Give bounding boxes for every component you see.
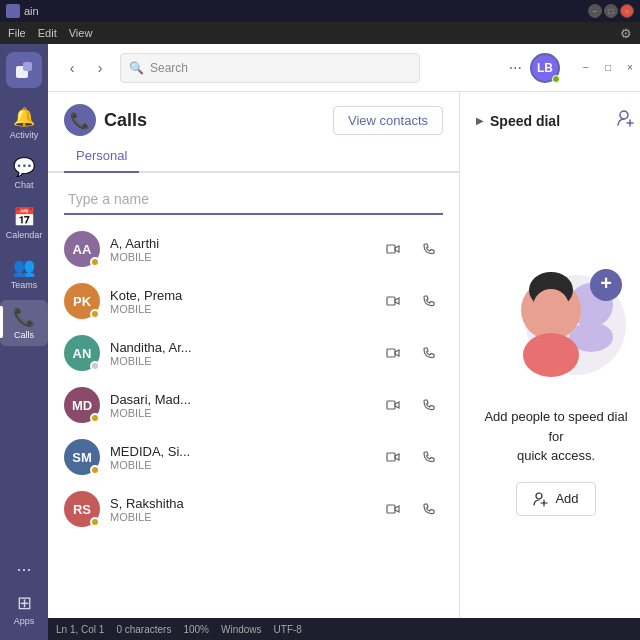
list-item[interactable]: PK Kote, Prema MOBILE <box>48 275 459 327</box>
speed-dial-illustration: + Add people to spee <box>476 149 636 602</box>
sidebar-item-apps[interactable]: ⊞ Apps <box>0 586 48 632</box>
speed-dial-title: Speed dial <box>490 113 560 129</box>
sidebar-item-chat[interactable]: 💬 Chat <box>0 150 48 196</box>
audio-call-button[interactable] <box>415 287 443 315</box>
minimize-button[interactable]: − <box>588 4 602 18</box>
file-menu[interactable]: File <box>8 27 26 39</box>
contact-actions <box>379 443 443 471</box>
view-contacts-button[interactable]: View contacts <box>333 106 443 135</box>
online-status-dot <box>552 75 560 83</box>
sidebar-item-label: Calendar <box>6 230 43 240</box>
contact-name: A, Aarthi <box>110 236 369 251</box>
audio-call-button[interactable] <box>415 235 443 263</box>
calls-panel-title: Calls <box>104 110 147 131</box>
list-item[interactable]: MD Dasari, Mad... MOBILE <box>48 379 459 431</box>
settings-icon[interactable]: ⚙ <box>620 26 632 41</box>
audio-call-button[interactable] <box>415 443 443 471</box>
status-encoding: UTF-8 <box>274 624 302 635</box>
nav-forward-button[interactable]: › <box>88 56 112 80</box>
contact-actions <box>379 391 443 419</box>
calendar-icon: 📅 <box>13 206 35 228</box>
more-options-button[interactable]: ··· <box>509 59 522 77</box>
svg-rect-5 <box>387 401 395 409</box>
teams-maximize-button[interactable]: □ <box>598 58 618 78</box>
video-call-button[interactable] <box>379 235 407 263</box>
name-search-input[interactable] <box>64 185 443 215</box>
nav-arrows: ‹ › <box>60 56 112 80</box>
contact-status-text: MOBILE <box>110 407 369 419</box>
contact-status-dot <box>90 465 100 475</box>
chevron-down-icon[interactable]: ▶ <box>476 115 484 126</box>
contact-actions <box>379 495 443 523</box>
svg-rect-1 <box>23 62 32 71</box>
contact-name: Dasari, Mad... <box>110 392 369 407</box>
speed-dial-graphic: + <box>476 235 636 395</box>
edit-menu[interactable]: Edit <box>38 27 57 39</box>
sidebar-item-calendar[interactable]: 📅 Calendar <box>0 200 48 246</box>
video-call-button[interactable] <box>379 495 407 523</box>
audio-call-button[interactable] <box>415 339 443 367</box>
video-call-button[interactable] <box>379 391 407 419</box>
contact-status-text: MOBILE <box>110 251 369 263</box>
sidebar-item-calls[interactable]: 📞 Calls <box>0 300 48 346</box>
contact-status-dot <box>90 361 100 371</box>
view-menu[interactable]: View <box>69 27 93 39</box>
contact-actions <box>379 339 443 367</box>
list-item[interactable]: AN Nanditha, Ar... MOBILE <box>48 327 459 379</box>
tab-personal[interactable]: Personal <box>64 140 139 173</box>
list-item[interactable]: AA A, Aarthi MOBILE <box>48 223 459 275</box>
maximize-button[interactable]: □ <box>604 4 618 18</box>
add-person-icon[interactable] <box>616 108 636 133</box>
contact-info: A, Aarthi MOBILE <box>110 236 369 263</box>
contact-status-dot <box>90 517 100 527</box>
tabs-row: Personal <box>48 140 459 173</box>
svg-text:+: + <box>600 272 612 294</box>
teams-minimize-button[interactable]: − <box>576 58 596 78</box>
teams-close-button[interactable]: × <box>620 58 640 78</box>
speed-dial-add-button[interactable]: Add <box>516 482 595 516</box>
contact-name: MEDIDA, Si... <box>110 444 369 459</box>
contacts-list: AA A, Aarthi MOBILE <box>48 223 459 618</box>
contact-info: Nanditha, Ar... MOBILE <box>110 340 369 367</box>
contact-status-dot <box>90 257 100 267</box>
search-box[interactable]: 🔍 Search <box>120 53 420 83</box>
title-bar: ain − □ × <box>0 0 640 22</box>
list-item[interactable]: RS S, Rakshitha MOBILE <box>48 483 459 535</box>
speed-dial-description1: Add people to speed dial for <box>484 409 627 444</box>
sidebar-item-label: Activity <box>10 130 39 140</box>
add-person-small-icon <box>533 491 549 507</box>
contact-status-text: MOBILE <box>110 355 369 367</box>
close-button[interactable]: × <box>620 4 634 18</box>
contact-actions <box>379 235 443 263</box>
contact-avatar: AN <box>64 335 100 371</box>
contact-avatar: MD <box>64 387 100 423</box>
contact-name: Nanditha, Ar... <box>110 340 369 355</box>
contact-info: MEDIDA, Si... MOBILE <box>110 444 369 471</box>
speed-dial-header: ▶ Speed dial <box>476 108 636 133</box>
apps-icon: ⊞ <box>17 592 32 614</box>
sidebar-item-teams[interactable]: 👥 Teams <box>0 250 48 296</box>
window-controls: − □ × <box>576 58 640 78</box>
contact-avatar: AA <box>64 231 100 267</box>
speed-dial-panel: ▶ Speed dial <box>460 92 640 618</box>
top-bar: ‹ › 🔍 Search ··· LB − □ × <box>48 44 640 92</box>
search-placeholder: Search <box>150 61 188 75</box>
list-item[interactable]: SM MEDIDA, Si... MOBILE <box>48 431 459 483</box>
svg-point-19 <box>523 333 579 377</box>
svg-rect-2 <box>387 245 395 253</box>
sidebar-more-button[interactable]: ··· <box>0 553 48 586</box>
sidebar-item-activity[interactable]: 🔔 Activity <box>0 100 48 146</box>
audio-call-button[interactable] <box>415 391 443 419</box>
audio-call-button[interactable] <box>415 495 443 523</box>
menu-bar: File Edit View ⚙ <box>0 22 640 44</box>
video-call-button[interactable] <box>379 443 407 471</box>
video-call-button[interactable] <box>379 339 407 367</box>
nav-back-button[interactable]: ‹ <box>60 56 84 80</box>
contact-avatar: PK <box>64 283 100 319</box>
contact-status-text: MOBILE <box>110 511 369 523</box>
svg-point-8 <box>620 111 628 119</box>
teams-logo <box>6 52 42 88</box>
calls-header: 📞 Calls View contacts <box>48 92 459 136</box>
search-input-container <box>48 173 459 223</box>
video-call-button[interactable] <box>379 287 407 315</box>
